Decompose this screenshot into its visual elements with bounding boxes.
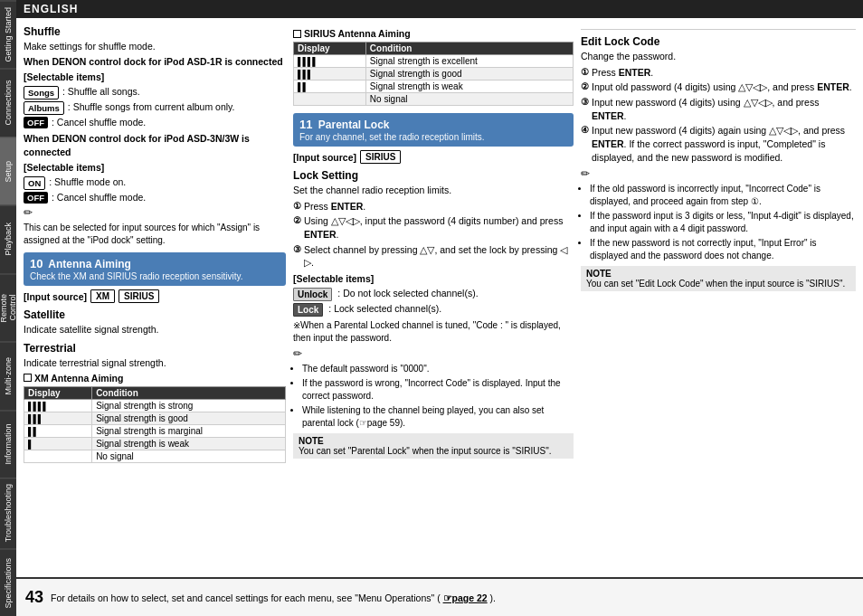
- xm-display-4: ▌: [24, 437, 92, 450]
- selectable-items-label-3: [Selectable items]: [293, 272, 574, 286]
- sidebar-item-remote-control[interactable]: Remote Control: [0, 273, 16, 341]
- lock-setting-desc: Set the channel radio reception limits.: [293, 184, 574, 197]
- table-row: No signal: [24, 450, 286, 462]
- shuffle-desc: Make settings for shuffle mode.: [24, 40, 286, 53]
- footer-text: For details on how to select, set and ca…: [51, 592, 496, 603]
- sidebar-item-connections[interactable]: Connections: [0, 68, 16, 136]
- xm-condition-4: Signal strength is weak: [92, 437, 286, 450]
- table-row: ▌▌▌ Signal strength is good: [294, 68, 574, 81]
- table-row: ▌▌▌ Signal strength is good: [24, 412, 286, 424]
- terrestrial-title: Terrestrial: [24, 342, 286, 355]
- unlock-desc: : Do not lock selected channel(s).: [337, 288, 478, 299]
- xm-antenna-title: XM Antenna Aiming: [24, 373, 286, 384]
- table-row: ▌▌▌▌ Signal strength is excellent: [294, 55, 574, 68]
- note-text-right: You can set "Edit Lock Code" when the in…: [586, 279, 850, 289]
- xm-display-3: ▌▌: [24, 424, 92, 437]
- checkbox-icon-2: [293, 30, 301, 38]
- xm-condition-5: No signal: [92, 450, 286, 462]
- item-albums: Albums : Shuffle songs from current albu…: [24, 101, 286, 115]
- list-item: If the password input is 3 digits or les…: [590, 210, 856, 235]
- shuffle-title: Shuffle: [24, 25, 286, 38]
- table-row: ▌▌▌▌ Signal strength is strong: [24, 399, 286, 412]
- divider-top: [581, 29, 856, 30]
- item-off-1: OFF : Cancel shuffle mode.: [24, 117, 286, 128]
- when-denon-title: When DENON control dock for iPod ASD-1R …: [24, 55, 286, 69]
- lock-setting-title: Lock Setting: [293, 169, 574, 182]
- top-header: ENGLISH: [16, 0, 863, 18]
- list-item: ① Press ENTER.: [581, 66, 856, 80]
- albums-desc: : Shuffle songs from current album only.: [68, 101, 235, 112]
- input-source-label-2: [Input source]: [293, 152, 356, 163]
- sidebar-item-setup[interactable]: Setup: [0, 137, 16, 204]
- sirius-badge-2: SIRIUS: [360, 150, 401, 164]
- xm-display-1: ▌▌▌▌: [24, 399, 92, 412]
- satellite-title: Satellite: [24, 308, 286, 321]
- col-mid: SIRIUS Antenna Aiming Display Condition …: [293, 25, 574, 570]
- page-number: 43: [25, 588, 43, 607]
- sirius-condition-3: Signal strength is weak: [365, 81, 573, 93]
- note-title-right: NOTE: [586, 269, 850, 279]
- note-text-mid: You can set "Parental Lock" when the inp…: [299, 446, 568, 456]
- unlock-badge: Unlock: [293, 288, 332, 301]
- sirius-display-3: ▌▌: [294, 81, 366, 93]
- note-title-mid: NOTE: [299, 436, 568, 446]
- item-on: ON : Shuffle mode on.: [24, 176, 286, 190]
- sidebar: Getting Started Connections Setup Playba…: [0, 0, 16, 616]
- songs-badge: Songs: [24, 86, 59, 100]
- xm-display-5: [24, 450, 92, 462]
- footer-link[interactable]: ☞page 22: [443, 592, 488, 603]
- col-right: Edit Lock Code Change the password. ① Pr…: [581, 25, 856, 570]
- sirius-table-header-condition: Condition: [365, 43, 573, 55]
- input-source-row-2: [Input source] SIRIUS: [293, 150, 574, 164]
- sidebar-item-troubleshooting[interactable]: Troubleshooting: [0, 478, 16, 547]
- xm-table-header-condition: Condition: [92, 386, 286, 399]
- antenna-aiming-box: 10 Antenna Aiming Check the XM and SIRIU…: [24, 252, 286, 286]
- xm-condition-2: Signal strength is good: [92, 412, 286, 424]
- xm-display-2: ▌▌▌: [24, 412, 92, 424]
- checkbox-icon: [24, 374, 32, 382]
- list-item: While listening to the channel being pla…: [302, 404, 574, 430]
- list-item: ② Input old password (4 digits) using △▽…: [581, 81, 856, 94]
- pencil-note-1: This can be selected for input sources f…: [24, 222, 286, 247]
- list-item: If the old password is incorrectly input…: [590, 183, 856, 208]
- selectable-items-label-1: [Selectable items]: [24, 71, 286, 84]
- sidebar-item-multi-zone[interactable]: Multi-zone: [0, 341, 16, 409]
- satellite-desc: Indicate satellite signal strength.: [24, 323, 286, 336]
- col-left: Shuffle Make settings for shuffle mode. …: [24, 25, 286, 570]
- off-badge-2: OFF: [24, 192, 48, 204]
- input-source-label-1: [Input source]: [24, 291, 87, 302]
- when-locked-note: ※When a Parental Locked channel is tuned…: [293, 319, 574, 345]
- sirius-display-1: ▌▌▌▌: [294, 55, 366, 68]
- table-row: No signal: [294, 93, 574, 106]
- list-item: ① Press ENTER.: [293, 200, 574, 213]
- sirius-antenna-title: SIRIUS Antenna Aiming: [293, 28, 574, 39]
- xm-signal-table: Display Condition ▌▌▌▌ Signal strength i…: [24, 386, 286, 463]
- table-row: ▌ Signal strength is weak: [24, 437, 286, 450]
- sidebar-item-specifications[interactable]: Specifications: [0, 548, 16, 616]
- antenna-box-desc: Check the XM and SIRIUS radio reception …: [30, 271, 280, 281]
- unlock-row: Unlock : Do not lock selected channel(s)…: [293, 288, 574, 301]
- off-desc-1: : Cancel shuffle mode.: [52, 117, 146, 128]
- list-item: ③ Select channel by pressing △▽, and set…: [293, 243, 574, 270]
- edit-lock-title: Edit Lock Code: [581, 35, 856, 48]
- list-item: ③ Input new password (4 digits) using △▽…: [581, 96, 856, 122]
- sidebar-item-getting-started[interactable]: Getting Started: [0, 0, 16, 68]
- note-box-right: NOTE You can set "Edit Lock Code" when t…: [581, 266, 856, 291]
- parental-lock-box: 11 Parental Lock For any channel, set th…: [293, 113, 574, 147]
- page-title: ENGLISH: [24, 3, 78, 15]
- lock-steps: ① Press ENTER. ② Using △▽◁▷, input the p…: [293, 200, 574, 270]
- parental-box-desc: For any channel, set the radio reception…: [299, 132, 567, 142]
- antenna-box-title: 10 Antenna Aiming: [30, 257, 280, 270]
- xm-antenna-section: XM Antenna Aiming: [24, 373, 286, 384]
- main-content: Shuffle Make settings for shuffle mode. …: [16, 18, 863, 577]
- sidebar-item-information[interactable]: Information: [0, 410, 16, 478]
- list-item: ② Using △▽◁▷, input the password (4 digi…: [293, 214, 574, 241]
- sirius-condition-1: Signal strength is excellent: [365, 55, 573, 68]
- sidebar-item-playback[interactable]: Playback: [0, 204, 16, 272]
- note-box-mid: NOTE You can set "Parental Lock" when th…: [293, 433, 574, 459]
- pencil-icon-1: ✏: [24, 206, 286, 219]
- list-item: If the new password is not correctly inp…: [590, 237, 856, 262]
- xm-condition-1: Signal strength is strong: [92, 399, 286, 412]
- songs-desc: : Shuffle all songs.: [62, 86, 140, 97]
- footer: 43 For details on how to select, set and…: [16, 577, 863, 616]
